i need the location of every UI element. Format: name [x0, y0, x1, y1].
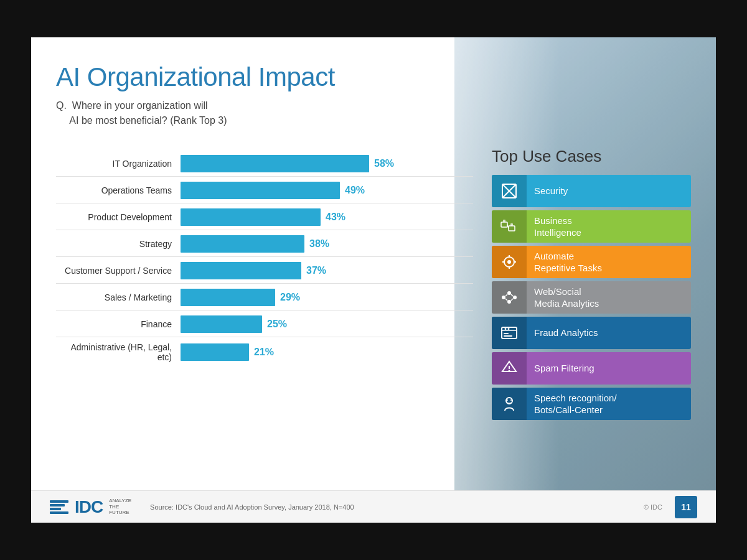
use-case-icon	[492, 246, 527, 278]
stripe-4	[50, 511, 68, 514]
slide: AI Organizational Impact Q. Where in you…	[31, 37, 716, 523]
svg-rect-4	[509, 226, 515, 231]
svg-line-17	[505, 294, 507, 296]
chart-row: IT Organization58%	[56, 150, 473, 175]
two-column-layout: IT Organization58%Operations Teams49%Pro…	[56, 147, 691, 423]
use-case-item: Web/SocialMedia Analytics	[492, 281, 691, 314]
svg-point-23	[505, 328, 507, 330]
chart-row: Strategy38%	[56, 230, 473, 255]
bar-percentage: 38%	[309, 238, 329, 250]
svg-point-29	[509, 370, 510, 372]
bar-percentage: 25%	[267, 319, 287, 330]
svg-point-8	[507, 260, 511, 264]
idc-stripes	[50, 500, 68, 514]
svg-point-16	[507, 300, 511, 304]
chart-row: Administrative (HR, Legal, etc)21%	[56, 337, 473, 365]
bar-fill	[181, 208, 321, 226]
slide-container: AI Organizational Impact Q. Where in you…	[0, 0, 747, 560]
use-cases-list: SecurityBusinessIntelligenceAutomateRepe…	[492, 175, 691, 420]
bar-percentage: 58%	[374, 158, 394, 169]
bar-percentage: 29%	[280, 292, 300, 303]
bar-label: Product Development	[56, 212, 181, 222]
svg-rect-25	[504, 333, 509, 334]
use-case-item: Speech recognition/Bots/Call-Center	[492, 388, 691, 420]
svg-line-19	[511, 299, 513, 301]
bar-chart-section: IT Organization58%Operations Teams49%Pro…	[56, 147, 473, 423]
footer-source: Source: IDC's Cloud and AI Adoption Surv…	[144, 503, 644, 511]
idc-logo: IDC ANALYZE THE FUTURE	[50, 497, 131, 517]
question-text: Q. Where in your organization will AI be…	[56, 98, 691, 128]
bar-wrapper: 49%	[181, 182, 473, 199]
use-case-icon	[492, 352, 527, 385]
svg-point-14	[507, 291, 511, 295]
use-cases-title: Top Use Cases	[492, 147, 691, 166]
bar-wrapper: 25%	[181, 315, 473, 333]
svg-point-32	[510, 399, 512, 401]
bar-label: Customer Support / Service	[56, 266, 181, 276]
stripe-3	[50, 508, 61, 510]
stripe-2	[50, 504, 65, 506]
svg-rect-6	[510, 223, 513, 226]
bar-fill	[181, 235, 304, 253]
bar-percentage: 21%	[254, 347, 274, 358]
content-area: AI Organizational Impact Q. Where in you…	[31, 37, 716, 523]
idc-logo-text: IDC	[75, 497, 103, 517]
bar-percentage: 49%	[345, 185, 365, 196]
chart-row: Customer Support / Service37%	[56, 256, 473, 282]
chart-row: Sales / Marketing29%	[56, 283, 473, 309]
use-case-label: BusinessIntelligence	[527, 215, 691, 239]
chart-row: Operations Teams49%	[56, 176, 473, 202]
bar-label: IT Organization	[56, 159, 181, 169]
use-case-item: Fraud Analytics	[492, 317, 691, 349]
bar-fill	[181, 182, 340, 199]
use-case-icon	[492, 281, 527, 314]
bar-wrapper: 58%	[181, 155, 473, 172]
chart-area: IT Organization58%Operations Teams49%Pro…	[56, 147, 473, 365]
use-case-label: AutomateRepetitive Tasks	[527, 250, 691, 274]
slide-number: 11	[675, 496, 697, 518]
svg-rect-3	[501, 222, 507, 227]
use-case-label: Speech recognition/Bots/Call-Center	[527, 392, 691, 416]
bar-percentage: 43%	[326, 212, 345, 223]
use-cases-section: Top Use Cases SecurityBusinessIntelligen…	[492, 147, 691, 423]
footer: IDC ANALYZE THE FUTURE Source: IDC's Clo…	[31, 490, 716, 523]
bar-wrapper: 37%	[181, 262, 473, 279]
bar-wrapper: 38%	[181, 235, 473, 253]
use-case-item: BusinessIntelligence	[492, 210, 691, 243]
use-case-label: Web/SocialMedia Analytics	[527, 286, 691, 310]
bar-label: Finance	[56, 319, 181, 329]
svg-line-20	[505, 299, 507, 301]
slide-title: AI Organizational Impact	[56, 62, 691, 92]
svg-point-15	[513, 296, 517, 299]
use-case-icon	[492, 388, 527, 420]
idc-tagline: ANALYZE THE FUTURE	[109, 498, 131, 516]
bar-label: Administrative (HR, Legal, etc)	[56, 342, 181, 362]
bar-wrapper: 43%	[181, 208, 473, 226]
bar-label: Strategy	[56, 239, 181, 249]
use-case-icon	[492, 317, 527, 349]
svg-line-18	[511, 294, 513, 296]
bar-wrapper: 29%	[181, 289, 473, 306]
bar-percentage: 37%	[306, 265, 326, 276]
svg-rect-5	[503, 220, 505, 222]
bar-fill	[181, 262, 301, 279]
svg-point-13	[502, 296, 505, 299]
use-case-label: Security	[527, 185, 691, 197]
bar-fill	[181, 343, 249, 361]
use-case-item: Spam Filtering	[492, 352, 691, 385]
svg-point-24	[508, 328, 510, 330]
chart-row: Finance25%	[56, 310, 473, 335]
svg-point-31	[507, 399, 508, 401]
bar-fill	[181, 155, 369, 172]
use-case-label: Fraud Analytics	[527, 327, 691, 339]
stripe-1	[50, 500, 68, 503]
use-case-icon	[492, 210, 527, 243]
bar-fill	[181, 289, 275, 306]
use-case-item: AutomateRepetitive Tasks	[492, 246, 691, 278]
use-case-item: Security	[492, 175, 691, 207]
use-case-icon	[492, 175, 527, 207]
use-case-label: Spam Filtering	[527, 362, 691, 375]
svg-rect-26	[504, 335, 512, 337]
bar-label: Operations Teams	[56, 185, 181, 195]
bar-wrapper: 21%	[181, 343, 473, 361]
